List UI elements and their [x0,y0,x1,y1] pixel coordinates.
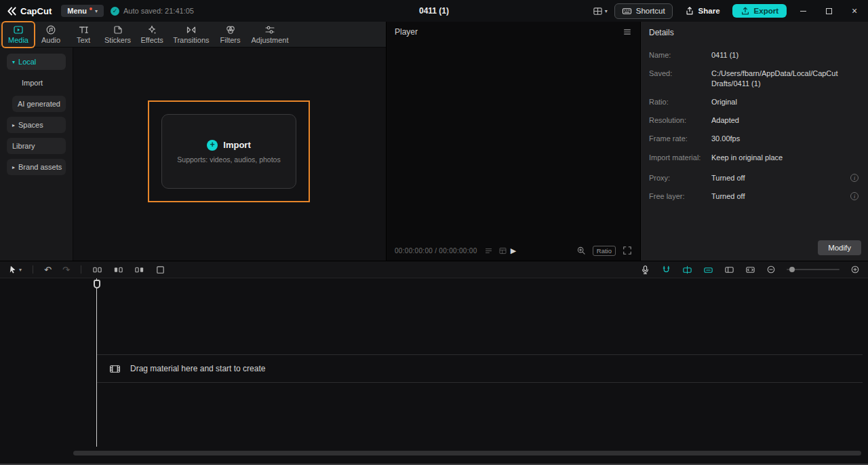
timeline-empty-track[interactable]: Drag material here and start to create [97,354,863,383]
tab-text-label: Text [77,37,90,44]
workspace-layout-button[interactable]: ▾ [593,6,608,16]
info-icon[interactable]: i [850,174,859,182]
info-icon[interactable]: i [850,192,859,200]
shortcut-button[interactable]: Shortcut [614,3,673,19]
zoom-fit-icon[interactable] [576,246,586,255]
tab-transitions[interactable]: Transitions [169,22,213,47]
adjustment-icon [264,24,275,35]
close-icon: × [852,6,857,16]
frame-list-icon[interactable] [484,246,493,255]
tab-audio[interactable]: Audio [35,22,66,47]
snap-icon [682,265,692,275]
adapt-timeline-button[interactable] [745,265,755,275]
auto-snap-button[interactable] [682,265,692,275]
sidebar-item-label: AI generated [18,100,60,108]
sidebar-item-local[interactable]: ▾ Local [7,54,66,70]
preview-axis-button[interactable] [724,265,734,275]
tab-effects[interactable]: Effects [136,22,167,47]
zoom-out-button[interactable] [766,265,776,274]
detail-row-import-material: Import material: Keep in original place [649,153,860,162]
linkage-button[interactable] [703,265,713,275]
tab-stickers[interactable]: Stickers [100,22,135,47]
player-mini-icons [484,246,507,255]
zoom-in-button[interactable] [850,265,860,274]
tab-audio-label: Audio [41,37,60,44]
detail-row-frame-rate: Frame rate: 30.00fps [649,134,860,143]
modify-button[interactable]: Modify [818,240,861,255]
redo-button[interactable]: ↷ [62,265,70,274]
play-button[interactable]: ▶ [511,246,516,255]
tab-media[interactable]: Media [3,22,34,47]
media-panel: Media Audio Text [0,22,387,261]
record-voiceover-button[interactable] [640,265,650,275]
export-icon [741,6,750,16]
playhead-handle[interactable] [94,280,100,289]
tab-effects-label: Effects [140,37,163,44]
share-button[interactable]: Share [679,4,726,18]
sidebar-item-label: Import [22,79,43,87]
sidebar-item-ai-generated[interactable]: AI generated [12,96,66,112]
fullscreen-icon[interactable] [623,246,632,255]
media-body: ▾ Local Import AI generated ▸ Spaces Lib [0,48,386,261]
player-panel: Player 00:00:00:00 / 00:00:00:00 ▶ [387,22,641,261]
main-track-magnet-button[interactable] [661,265,671,275]
undo-button[interactable]: ↶ [44,265,52,274]
zoom-slider-knob[interactable] [789,267,795,272]
timeline[interactable]: Drag material here and start to create [0,278,868,465]
player-viewport [387,42,640,240]
tab-transitions-label: Transitions [173,37,209,44]
minimize-button[interactable] [793,3,812,19]
timecode: 00:00:00:00 / 00:00:00:00 [395,247,477,255]
timeline-toolbar: ▾ ↶ ↷ [0,261,868,278]
delete-right-button[interactable] [134,265,144,275]
minimize-icon [800,11,806,12]
effects-icon [146,24,157,35]
sidebar-item-import[interactable]: Import [16,75,66,91]
close-button[interactable]: × [845,3,864,19]
maximize-button[interactable] [819,3,838,19]
detail-label: Free layer: [649,191,711,201]
timeline-toolbar-left: ▾ ↶ ↷ [8,265,165,275]
sidebar-item-library[interactable]: Library [7,138,66,154]
caret-down-icon: ▾ [12,59,15,65]
export-label: Export [754,7,778,15]
timeline-zoom-slider[interactable] [787,269,840,270]
detail-row-proxy: Proxy: Turned off i [649,173,860,183]
ratio-button[interactable]: Ratio [593,246,616,256]
details-footer: Modify [641,235,868,261]
detail-value: Turned off [711,173,846,183]
player-right-controls: Ratio [576,246,632,256]
preview-grid-icon[interactable] [498,246,507,255]
import-dropzone[interactable]: + Import Supports: videos, audios, photo… [161,114,296,189]
import-label: Import [223,140,250,150]
player-menu-icon[interactable] [623,27,632,37]
sidebar-item-spaces[interactable]: ▸ Spaces [7,117,66,133]
details-panel: Details Name: 0411 (1) Saved: C:/Users/f… [641,22,868,261]
tab-filters-label: Filters [220,37,241,44]
detail-label: Proxy: [649,173,711,183]
detail-value: Turned off [711,191,846,201]
microphone-icon [640,265,650,275]
title-bar: CapCut Menu ▾ ✓ Auto saved: 21:41:05 041… [0,0,868,22]
autosave-label: Auto saved: 21:41:05 [123,7,194,15]
tab-adjustment-label: Adjustment [252,37,289,44]
tab-stickers-label: Stickers [104,37,131,44]
filters-icon [225,24,236,35]
chevron-down-icon: ▾ [95,8,98,14]
split-button[interactable] [92,265,102,275]
tab-filters[interactable]: Filters [215,22,246,47]
export-button[interactable]: Export [732,4,787,18]
menu-button[interactable]: Menu ▾ [61,5,104,17]
sidebar-item-brand-assets[interactable]: ▸ Brand assets [7,159,66,175]
shortcut-label: Shortcut [636,7,665,15]
delete-left-button[interactable] [113,265,123,275]
detail-row-ratio: Ratio: Original [649,97,860,107]
select-tool-button[interactable]: ▾ [8,265,22,274]
capcut-logo: CapCut [4,6,54,16]
detail-row-free-layer: Free layer: Turned off i [649,191,860,201]
crop-button[interactable] [155,265,165,275]
detail-label: Saved: [649,69,711,88]
tab-text[interactable]: Text [68,22,99,47]
tab-adjustment[interactable]: Adjustment [248,22,293,47]
timeline-horizontal-scrollbar[interactable] [73,451,861,455]
